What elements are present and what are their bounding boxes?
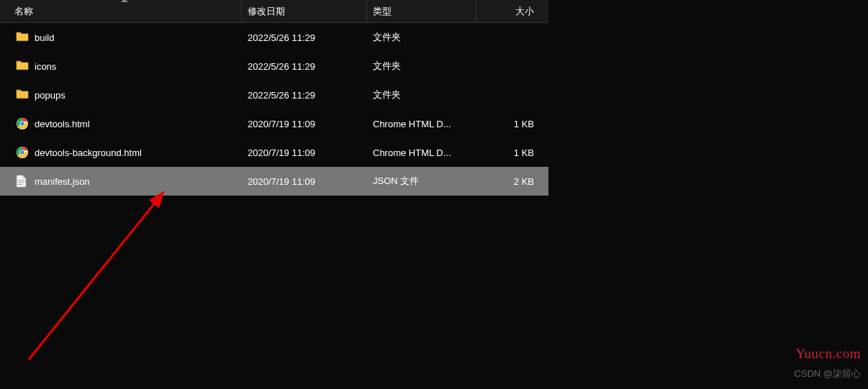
- file-date: 2020/7/19 11:09: [242, 138, 367, 167]
- watermark-yuucn: Yuucn.com: [795, 346, 861, 362]
- svg-point-2: [20, 122, 24, 125]
- file-list: 名称 修改日期 类型 大小 build2022/5/26 11:29文件夹ico…: [0, 0, 548, 196]
- watermark-csdn: CSDN @柒留心: [794, 367, 861, 380]
- file-date: 2022/5/26 11:29: [242, 81, 367, 109]
- chrome-icon: [16, 146, 29, 159]
- header-date[interactable]: 修改日期: [242, 0, 367, 22]
- chrome-icon: [16, 117, 29, 130]
- file-date: 2020/7/19 11:09: [242, 167, 367, 196]
- file-size: [476, 23, 548, 52]
- svg-line-10: [29, 194, 162, 360]
- file-name: devtools-background.html: [35, 147, 142, 158]
- file-date: 2022/5/26 11:29: [242, 52, 367, 81]
- file-row[interactable]: build2022/5/26 11:29文件夹: [0, 23, 548, 52]
- column-headers: 名称 修改日期 类型 大小: [0, 0, 548, 23]
- file-name: icons: [35, 61, 56, 72]
- file-size: [476, 52, 548, 81]
- sort-indicator-icon: [121, 0, 128, 2]
- file-row[interactable]: devtools-background.html2020/7/19 11:09C…: [0, 138, 548, 167]
- file-type: 文件夹: [367, 52, 476, 81]
- header-name[interactable]: 名称: [0, 0, 242, 22]
- annotation-arrow-icon: [22, 187, 202, 367]
- file-type: JSON 文件: [367, 167, 476, 196]
- svg-point-5: [20, 150, 24, 154]
- folder-icon: [16, 60, 29, 73]
- file-row[interactable]: popups2022/5/26 11:29文件夹: [0, 81, 548, 109]
- file-name: devtools.html: [35, 119, 90, 129]
- file-name: popups: [35, 90, 65, 101]
- file-size: [476, 81, 548, 109]
- file-date: 2020/7/19 11:09: [242, 109, 367, 138]
- file-type: Chrome HTML D...: [367, 109, 476, 138]
- folder-icon: [16, 88, 29, 101]
- file-date: 2022/5/26 11:29: [242, 23, 367, 52]
- file-row[interactable]: devtools.html2020/7/19 11:09Chrome HTML …: [0, 109, 548, 138]
- file-size: 1 KB: [476, 138, 548, 167]
- file-name: build: [35, 32, 54, 43]
- header-size[interactable]: 大小: [476, 0, 548, 22]
- file-row[interactable]: icons2022/5/26 11:29文件夹: [0, 52, 548, 81]
- file-row[interactable]: manifest.json2020/7/19 11:09JSON 文件2 KB: [0, 167, 548, 196]
- file-size: 1 KB: [476, 109, 548, 138]
- file-icon: [16, 175, 29, 188]
- file-type: 文件夹: [367, 81, 476, 109]
- file-type: 文件夹: [367, 23, 476, 52]
- folder-icon: [16, 31, 29, 44]
- file-size: 2 KB: [476, 167, 548, 196]
- header-type[interactable]: 类型: [367, 0, 476, 22]
- file-name: manifest.json: [35, 176, 90, 187]
- file-type: Chrome HTML D...: [367, 138, 476, 167]
